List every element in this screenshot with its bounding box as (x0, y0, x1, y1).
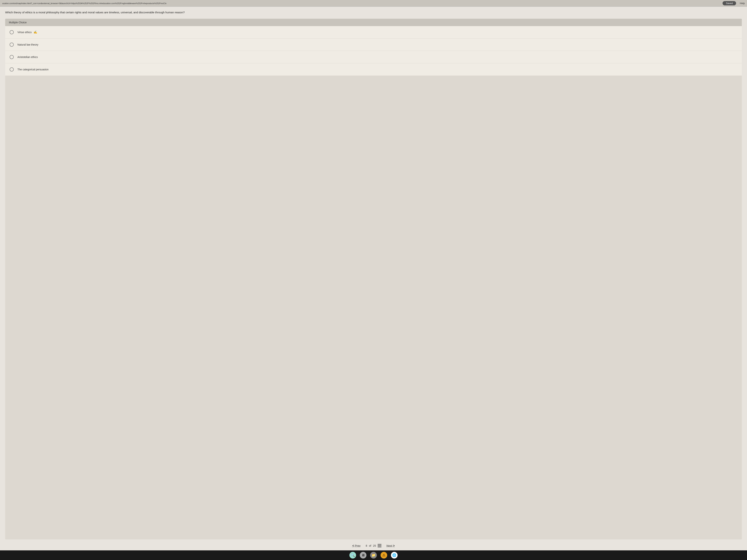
radio-4[interactable] (10, 68, 14, 72)
question-text: Which theory of ethics is a moral philos… (5, 10, 742, 15)
help-link[interactable]: Help (740, 2, 745, 5)
next-arrow-icon: > (393, 544, 395, 548)
of-label: of (369, 544, 371, 547)
option-label-2: Natural law theory (18, 43, 38, 46)
prev-arrow-icon: < (352, 544, 354, 548)
radio-1[interactable] (10, 30, 14, 34)
answer-section: Multiple Choice Virtue ethics ✍ Natural … (5, 19, 742, 540)
next-button[interactable]: Next > (386, 544, 395, 548)
taskbar-monitor-icon[interactable]: 🖥 (360, 552, 366, 559)
answer-option-3[interactable]: Aristotelian ethics (5, 51, 742, 63)
answer-type-header: Multiple Choice (5, 19, 742, 26)
prev-button[interactable]: < Prev (352, 544, 361, 548)
url-bar: ucation.com/ext/map/index.html?_con=con&… (2, 2, 723, 4)
option-label-4: The categorical persuasion (18, 68, 49, 71)
answer-options: Virtue ethics ✍ Natural law theory Arist… (5, 26, 742, 76)
total-pages: 25 (373, 544, 376, 547)
taskbar-search-icon[interactable]: 🔍 (350, 552, 356, 559)
taskbar-folder-icon[interactable]: 📁 (370, 552, 377, 559)
main-content: Which theory of ethics is a moral philos… (0, 7, 747, 550)
option-label-1: Virtue ethics (18, 31, 32, 34)
pagination-bar: < Prev 8 of 25 Next > (5, 539, 742, 550)
option-label-3: Aristotelian ethics (18, 56, 38, 58)
radio-2[interactable] (10, 43, 14, 47)
taskbar: 🔍 🖥 📁 ⚠ 🌐 (0, 550, 747, 560)
radio-3[interactable] (10, 55, 14, 59)
pagination-info: 8 of 25 (366, 544, 381, 548)
taskbar-warning-icon[interactable]: ⚠ (381, 552, 387, 559)
answer-option-4[interactable]: The categorical persuasion (5, 63, 742, 76)
cursor-icon: ✍ (33, 30, 37, 34)
top-right-area: Saved Help (723, 1, 745, 5)
taskbar-chrome-icon[interactable]: 🌐 (391, 552, 397, 559)
current-page: 8 (366, 544, 367, 547)
top-bar: ucation.com/ext/map/index.html?_con=con&… (0, 0, 747, 7)
saved-badge: Saved (723, 1, 736, 5)
answer-option-1[interactable]: Virtue ethics ✍ (5, 26, 742, 38)
answer-option-2[interactable]: Natural law theory (5, 38, 742, 51)
prev-label: Prev (355, 544, 361, 547)
next-label: Next (386, 544, 392, 547)
grid-icon[interactable] (378, 544, 381, 548)
